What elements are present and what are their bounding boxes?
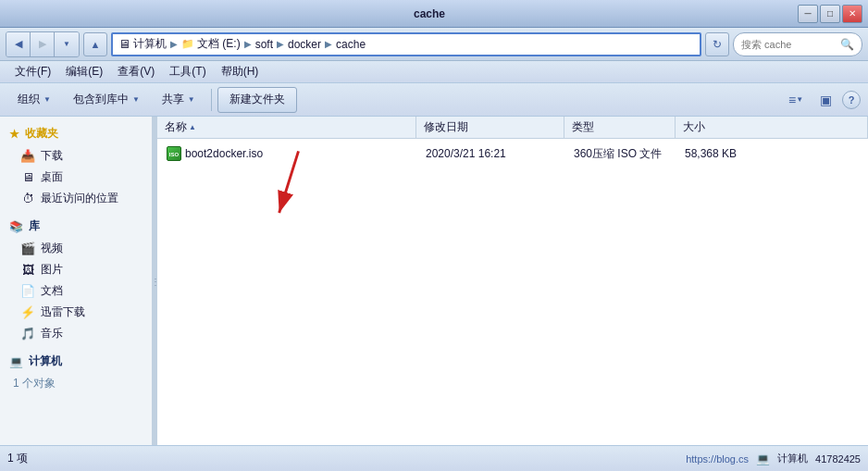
- share-label: 共享: [162, 92, 184, 107]
- sidebar-item-video[interactable]: 🎬 视频: [0, 238, 152, 259]
- refresh-button[interactable]: ↻: [705, 32, 729, 56]
- recent-icon: ⏱: [20, 192, 35, 206]
- col-type-label: 类型: [572, 119, 594, 135]
- dropdown-button[interactable]: ▼: [55, 32, 79, 56]
- status-bar: 1 项 https://blog.cs 💻 计算机 41782425: [0, 445, 868, 471]
- sidebar-item-recent[interactable]: ⏱ 最近访问的位置: [0, 188, 152, 209]
- favorites-label: 收藏夹: [25, 126, 58, 142]
- forward-button[interactable]: ▶: [31, 32, 55, 56]
- computer-section: 💻 计算机 1 个对象: [0, 350, 152, 394]
- title-bar: cache ─ □ ✕: [0, 0, 868, 28]
- drive-icon: 📁: [181, 38, 194, 50]
- file-size-cell: 58,368 KB: [679, 147, 864, 160]
- path-segment-drive: 📁 文档 (E:): [181, 36, 241, 52]
- sidebar-item-music[interactable]: 🎵 音乐: [0, 323, 152, 344]
- col-header-date[interactable]: 修改日期: [416, 117, 564, 138]
- star-icon: ★: [9, 128, 19, 141]
- toolbar-separator: [211, 89, 212, 111]
- status-url: https://blog.cs: [686, 453, 749, 465]
- address-right: ↻ 🔍: [705, 32, 862, 56]
- include-library-button[interactable]: 包含到库中 ▼: [63, 87, 150, 113]
- sidebar-item-thunder[interactable]: ⚡ 迅雷下载: [0, 302, 152, 323]
- file-row[interactable]: ISO boot2docker.iso 2020/3/21 16:21 360压…: [157, 143, 868, 165]
- sidebar-item-image[interactable]: 🖼 图片: [0, 259, 152, 280]
- toolbar: 组织 ▼ 包含到库中 ▼ 共享 ▼ 新建文件夹 ≡ ▼ ▣ ?: [0, 83, 868, 117]
- path-arrow-4: ▶: [325, 39, 332, 49]
- minimize-button[interactable]: ─: [798, 5, 818, 23]
- doc-label: 文档: [41, 283, 63, 299]
- organize-label: 组织: [18, 92, 40, 107]
- sidebar: ★ 收藏夹 📥 下载 🖥 桌面 ⏱ 最近访问的位置 📚 库 🎬: [0, 117, 153, 445]
- path-segment-docker: docker: [288, 38, 321, 51]
- back-button[interactable]: ◀: [6, 32, 31, 56]
- close-button[interactable]: ✕: [842, 5, 862, 23]
- computer-label: 计算机: [29, 353, 62, 369]
- menu-help[interactable]: 帮助(H): [214, 62, 267, 81]
- thunder-icon: ⚡: [20, 305, 35, 320]
- path-arrow-1: ▶: [170, 39, 178, 49]
- file-name-cell: ISO boot2docker.iso: [161, 146, 420, 161]
- menu-edit[interactable]: 编辑(E): [58, 62, 110, 81]
- sidebar-item-desktop[interactable]: 🖥 桌面: [0, 167, 152, 188]
- help-button[interactable]: ?: [842, 91, 861, 109]
- sidebar-item-doc[interactable]: 📄 文档: [0, 280, 152, 302]
- library-icon: 📚: [9, 220, 23, 233]
- address-path[interactable]: 🖥 计算机 ▶ 📁 文档 (E:) ▶ soft ▶ docker ▶ cach…: [111, 32, 701, 56]
- file-type-cell: 360压缩 ISO 文件: [568, 146, 679, 162]
- sidebar-item-download[interactable]: 📥 下载: [0, 145, 152, 167]
- status-pc-label: 计算机: [777, 452, 808, 465]
- up-button[interactable]: ▲: [83, 32, 107, 56]
- col-header-type[interactable]: 类型: [564, 117, 676, 138]
- image-label: 图片: [41, 262, 63, 278]
- library-header[interactable]: 📚 库: [0, 215, 152, 238]
- computer-header[interactable]: 💻 计算机: [0, 350, 152, 373]
- file-name: boot2docker.iso: [185, 147, 263, 160]
- include-arrow: ▼: [132, 95, 140, 104]
- address-bar: ◀ ▶ ▼ ▲ 🖥 计算机 ▶ 📁 文档 (E:) ▶ soft ▶ docke…: [0, 28, 868, 61]
- search-input[interactable]: [741, 39, 837, 50]
- status-pc-icon: 💻: [756, 452, 770, 465]
- sort-arrow-name: ▲: [189, 123, 196, 131]
- file-date-cell: 2020/3/21 16:21: [420, 147, 568, 160]
- desktop-label: 桌面: [41, 169, 63, 185]
- selected-label: 1 个对象: [13, 376, 56, 391]
- share-button[interactable]: 共享 ▼: [152, 87, 205, 113]
- maximize-button[interactable]: □: [820, 5, 840, 23]
- path-segment-cache: cache: [336, 38, 366, 51]
- music-icon: 🎵: [20, 327, 35, 341]
- toolbar-right: ≡ ▼ ▣ ?: [783, 88, 861, 112]
- video-label: 视频: [41, 241, 63, 256]
- col-header-name[interactable]: 名称 ▲: [157, 117, 416, 138]
- music-label: 音乐: [41, 326, 63, 341]
- search-box[interactable]: 🔍: [733, 32, 862, 56]
- path-segment-computer: 🖥 计算机: [118, 36, 167, 52]
- download-label: 下载: [41, 148, 63, 164]
- col-header-size[interactable]: 大小: [676, 117, 868, 138]
- path-arrow-2: ▶: [244, 39, 252, 49]
- computer-sidebar-icon: 💻: [9, 355, 23, 368]
- desktop-folder-icon: 🖥: [20, 170, 35, 185]
- download-folder-icon: 📥: [20, 149, 35, 164]
- col-size-label: 大小: [683, 119, 705, 135]
- preview-pane-button[interactable]: ▣: [812, 88, 838, 112]
- video-icon: 🎬: [20, 242, 35, 256]
- menu-view[interactable]: 查看(V): [110, 62, 162, 81]
- preview-icon: ▣: [820, 93, 832, 107]
- status-right: https://blog.cs 💻 计算机 41782425: [686, 452, 861, 465]
- view-arrow: ▼: [796, 95, 803, 104]
- search-icon: 🔍: [840, 38, 854, 51]
- status-count: 1 项: [7, 451, 28, 466]
- favorites-header[interactable]: ★ 收藏夹: [0, 122, 152, 145]
- sidebar-selected-info: 1 个对象: [0, 373, 152, 394]
- menu-tools[interactable]: 工具(T): [162, 62, 213, 81]
- col-date-label: 修改日期: [424, 119, 468, 135]
- computer-icon: 🖥: [118, 37, 130, 51]
- library-section: 📚 库 🎬 视频 🖼 图片 📄 文档 ⚡ 迅雷下载 🎵 音乐: [0, 215, 152, 344]
- menu-file[interactable]: 文件(F): [7, 62, 58, 81]
- window-title: cache: [61, 7, 798, 20]
- image-icon: 🖼: [20, 263, 35, 278]
- pane-splitter[interactable]: [153, 117, 157, 445]
- organize-button[interactable]: 组织 ▼: [7, 87, 61, 113]
- new-folder-button[interactable]: 新建文件夹: [217, 87, 297, 113]
- view-toggle-button[interactable]: ≡ ▼: [783, 88, 809, 112]
